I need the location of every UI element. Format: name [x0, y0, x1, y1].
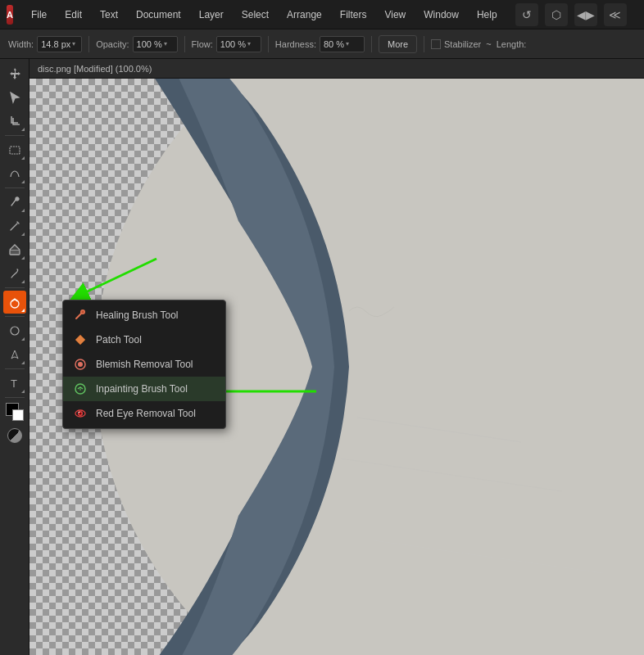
canvas-title: disc.png [Modified] (100.0%) — [38, 64, 152, 74]
tool-erase[interactable] — [3, 238, 26, 261]
menu-edit[interactable]: Edit — [57, 6, 90, 24]
nav-icon[interactable]: ◀▶ — [574, 3, 597, 26]
menu-item-redeye[interactable]: Red Eye Removal Tool — [63, 401, 225, 426]
svg-point-4 — [11, 327, 19, 335]
tool-move[interactable] — [3, 62, 26, 85]
tool-brush[interactable] — [3, 215, 26, 237]
healing-brush-icon — [73, 308, 88, 323]
tool-crop[interactable] — [3, 110, 26, 133]
healing-brush-label: Healing Brush Tool — [96, 309, 179, 321]
stabilizer-label: Stabilizer — [444, 39, 481, 49]
svg-rect-0 — [10, 147, 20, 154]
menu-help[interactable]: Help — [469, 6, 506, 24]
svg-point-1 — [16, 197, 19, 201]
tool-text[interactable]: T — [3, 372, 26, 395]
width-label: Width: — [8, 39, 34, 49]
chevron-down-icon4: ▾ — [346, 40, 349, 47]
redeye-icon — [73, 406, 88, 421]
patch-icon — [73, 332, 88, 347]
canvas-area: disc.png [Modified] (100.0%) — [29, 59, 644, 655]
hardness-dropdown[interactable]: 80 % ▾ — [320, 36, 365, 52]
svg-point-15 — [78, 362, 83, 367]
svg-point-3 — [11, 300, 19, 308]
tool-heal[interactable] — [3, 291, 26, 314]
svg-text:T: T — [11, 377, 17, 390]
tool-selection[interactable] — [3, 138, 26, 161]
patch-label: Patch Tool — [96, 334, 142, 346]
menu-document[interactable]: Document — [128, 6, 189, 24]
length-label: ~ — [486, 39, 491, 49]
stabilizer-group: Stabilizer — [431, 39, 481, 49]
svg-point-13 — [82, 311, 84, 314]
width-dropdown[interactable]: 14.8 px ▾ — [37, 36, 82, 52]
tool-smudge[interactable] — [3, 262, 26, 285]
menu-item-inpainting[interactable]: Inpainting Brush Tool — [63, 377, 225, 401]
titlebar-icons: ↺ ⬡ ◀▶ ≪ ◐ ◑ ◉ ● — [515, 3, 644, 26]
context-menu: Healing Brush Tool Patch Tool — [62, 300, 226, 429]
tool-divider3 — [5, 287, 25, 288]
main-area: T disc.png [Modified] (100.0%) — [0, 59, 644, 655]
opacity-dropdown[interactable]: 100 % ▾ — [133, 36, 178, 52]
svg-point-20 — [79, 412, 80, 413]
menu-bar: File Edit Text Document Layer Select Arr… — [23, 6, 506, 24]
chevron-down-icon3: ▾ — [247, 40, 251, 47]
arrange-icon[interactable]: ⬡ — [545, 3, 568, 26]
tool-divider2 — [5, 187, 25, 188]
canvas-tab: disc.png [Modified] (100.0%) — [29, 59, 644, 79]
separator4 — [371, 36, 372, 52]
menu-layer[interactable]: Layer — [191, 6, 232, 24]
separator3 — [268, 36, 269, 52]
tool-dodge[interactable] — [3, 343, 26, 366]
flow-label: Flow: — [192, 39, 213, 49]
hardness-group: Hardness: 80 % ▾ — [275, 36, 365, 52]
history-icon[interactable]: ↺ — [515, 3, 538, 26]
menu-arrange[interactable]: Arrange — [279, 6, 330, 24]
redeye-label: Red Eye Removal Tool — [96, 408, 196, 419]
separator2 — [184, 36, 185, 52]
more-button[interactable]: More — [379, 35, 417, 53]
menu-item-healing-brush[interactable]: Healing Brush Tool — [63, 303, 225, 328]
context-toolbar: Width: 14.8 px ▾ Opacity: 100 % ▾ Flow: … — [0, 29, 644, 59]
flow-group: Flow: 100 % ▾ — [192, 36, 261, 52]
tool-select[interactable] — [3, 86, 26, 109]
tool-quick-mask[interactable] — [3, 424, 26, 447]
menu-window[interactable]: Window — [415, 6, 467, 24]
separator1 — [88, 36, 89, 52]
chevron-down-icon: ▾ — [72, 40, 75, 47]
menu-filters[interactable]: Filters — [332, 6, 375, 24]
separator5 — [424, 36, 424, 52]
width-group: Width: 14.8 px ▾ — [8, 36, 82, 52]
tool-divider4 — [5, 316, 25, 317]
opacity-label: Opacity: — [96, 39, 129, 49]
menu-file[interactable]: File — [23, 6, 55, 24]
hardness-label: Hardness: — [275, 39, 316, 49]
flow-dropdown[interactable]: 100 % ▾ — [216, 36, 261, 52]
titlebar: A File Edit Text Document Layer Select A… — [0, 0, 644, 29]
menu-select[interactable]: Select — [234, 6, 277, 24]
tool-paint[interactable] — [3, 191, 26, 214]
app-logo: A — [7, 5, 13, 25]
stabilizer-checkbox[interactable] — [431, 39, 441, 49]
share-icon[interactable]: ≪ — [604, 3, 627, 26]
canvas-content[interactable]: Healing Brush Tool Patch Tool — [29, 79, 644, 655]
menu-item-patch[interactable]: Patch Tool — [63, 328, 225, 352]
menu-text[interactable]: Text — [92, 6, 126, 24]
tool-divider6 — [5, 397, 25, 398]
chevron-down-icon2: ▾ — [164, 40, 167, 47]
menu-view[interactable]: View — [376, 6, 414, 24]
inpainting-icon — [73, 382, 88, 396]
opacity-group: Opacity: 100 % ▾ — [96, 36, 177, 52]
length-value-label: Length: — [497, 39, 527, 49]
blemish-label: Blemish Removal Tool — [96, 359, 193, 370]
blemish-icon — [73, 357, 88, 372]
tool-fill[interactable] — [3, 400, 26, 423]
tool-freehand[interactable] — [3, 162, 26, 185]
inpainting-label: Inpainting Brush Tool — [96, 383, 188, 395]
tool-blur[interactable] — [3, 319, 26, 342]
svg-rect-2 — [10, 250, 20, 255]
tool-divider5 — [5, 368, 25, 369]
tool-divider1 — [5, 135, 25, 136]
left-toolbar: T — [0, 59, 29, 655]
menu-item-blemish[interactable]: Blemish Removal Tool — [63, 352, 225, 377]
